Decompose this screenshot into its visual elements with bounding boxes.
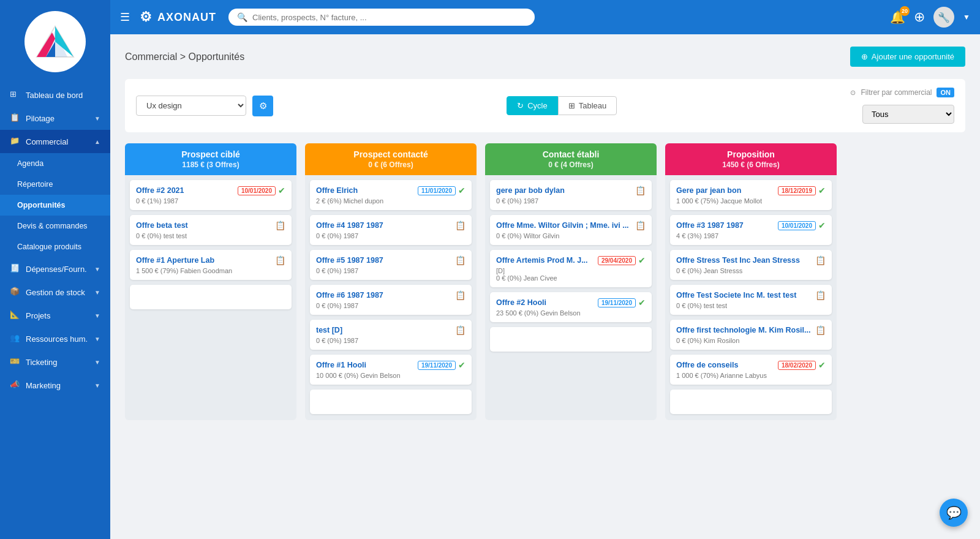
kanban-card[interactable]: Offre #1 Hooli 19/11/2020✔ 10 000 € (0%)…	[310, 355, 472, 385]
card-top: Offre #3 1987 1987 10/01/2020✔	[676, 221, 826, 230]
check-icon: ✔	[458, 186, 466, 195]
commercial-filter-select[interactable]: Tous	[862, 105, 954, 124]
card-top: Offre #4 1987 1987 📋	[316, 221, 466, 230]
search-input[interactable]	[252, 13, 526, 22]
sidebar-label: Agenda	[17, 159, 43, 168]
kanban-card[interactable]: Offre Elrich 11/01/2020✔ 2 € (6%) Michel…	[310, 180, 472, 210]
card-right: 📋	[815, 325, 826, 335]
add-button[interactable]: ⊕	[914, 9, 925, 25]
cycle-view-button[interactable]: ↻ Cycle	[507, 96, 558, 115]
kanban-card[interactable]: Offre #1 Aperture Lab 📋 1 500 € (79%) Fa…	[130, 250, 292, 280]
sidebar-item-devis[interactable]: Devis & commandes	[0, 216, 110, 236]
kanban-card[interactable]: Offre beta test 📋 0 € (0%) test test	[130, 215, 292, 245]
chat-button[interactable]: 💬	[940, 499, 968, 527]
card-right: 10/01/2020✔	[778, 221, 826, 230]
kanban-card[interactable]: Gere par jean bon 18/12/2019✔ 1 000 € (7…	[670, 180, 832, 210]
chevron-icon: ▼	[94, 336, 100, 342]
kanban-card[interactable]: Offre #5 1987 1987 📋 0 € (0%) 1987	[310, 250, 472, 280]
kanban-card[interactable]: Offre Test Societe Inc M. test test 📋 0 …	[670, 285, 832, 315]
notifications-button[interactable]: 🔔 20	[890, 10, 905, 24]
tableau-view-button[interactable]: ⊞ Tableau	[558, 96, 617, 115]
sidebar-item-opportunites[interactable]: Opportunités	[0, 195, 110, 216]
chevron-icon: ▼	[94, 115, 100, 122]
ressources-icon: 👥	[10, 333, 21, 344]
kanban-card[interactable]: Offre #4 1987 1987 📋 0 € (0%) 1987	[310, 215, 472, 245]
col-header-contact-etabli: Contact établi0 € (4 Offres)	[485, 143, 657, 175]
sidebar-item-pilotage[interactable]: 📋 Pilotage ▼	[0, 107, 110, 130]
kanban-card[interactable]: Offre Artemis Prod M. J... 29/04/2020✔ […	[490, 250, 652, 287]
kanban-board: Prospect ciblé1185 € (3 Offres) Offre #2…	[125, 143, 965, 426]
sidebar-item-agenda[interactable]: Agenda	[0, 153, 110, 174]
card-right: 18/02/2020✔	[778, 360, 826, 370]
card-title: Offre Stress Test Inc Jean Stresss	[676, 256, 800, 265]
note-icon: 📋	[455, 325, 466, 335]
card-title: gere par bob dylan	[496, 186, 565, 195]
sidebar-label: Devis & commandes	[17, 222, 88, 230]
kanban-card[interactable]: Offre #2 2021 10/01/2020✔ 0 € (1%) 1987	[130, 180, 292, 210]
sidebar-item-ticketing[interactable]: 🎫 Ticketing ▼	[0, 350, 110, 374]
card-top: Offre Mme. Wiltor Gilvin ; Mme. ivi ... …	[496, 221, 646, 230]
kanban-card[interactable]: Offre first technologie M. Kim Rosil... …	[670, 320, 832, 350]
check-icon: ✔	[818, 186, 826, 195]
check-icon: ✔	[638, 255, 646, 265]
user-menu-chevron[interactable]: ▼	[963, 13, 970, 21]
sidebar-item-marketing[interactable]: 📣 Marketing ▼	[0, 374, 110, 397]
add-opportunity-button[interactable]: ⊕ Ajouter une opportunité	[850, 47, 965, 67]
sidebar-label: Gestion de stock	[26, 288, 85, 297]
main-area: ☰ ⚙ AXONAUT 🔍 🔔 20 ⊕ 🔧 ▼ Commercial > Op…	[110, 0, 980, 539]
kanban-card[interactable]: test [D] 📋 0 € (0%) 1987	[310, 320, 472, 350]
pipeline-settings-button[interactable]: ⚙	[252, 96, 273, 116]
card-top: Offre #2 2021 10/01/2020✔	[136, 186, 285, 195]
sidebar-item-tableau-de-bord[interactable]: ⊞ Tableau de bord	[0, 83, 110, 107]
user-avatar[interactable]: 🔧	[933, 7, 954, 28]
pipeline-select[interactable]: Ux design	[136, 96, 246, 116]
card-sub: 0 € (0%) 1987	[496, 197, 646, 205]
content-header: Commercial > Opportunités ⊕ Ajouter une …	[125, 47, 965, 67]
card-right: 📋	[455, 255, 466, 265]
sidebar-label: Commercial	[26, 137, 68, 146]
chevron-icon: ▼	[94, 382, 100, 389]
sidebar-item-stock[interactable]: 📦 Gestion de stock ▼	[0, 281, 110, 304]
card-sub: 0 € (0%) 1987	[316, 267, 466, 274]
kanban-card[interactable]: Offre Mme. Wiltor Gilvin ; Mme. ivi ... …	[490, 215, 652, 245]
sidebar-item-projets[interactable]: 📐 Projets ▼	[0, 304, 110, 327]
kanban-card[interactable]: Offre Stress Test Inc Jean Stresss 📋 0 €…	[670, 250, 832, 280]
sidebar-item-catalogue[interactable]: Catalogue produits	[0, 236, 110, 257]
kanban-card[interactable]: Offre #2 Hooli 19/11/2020✔ 23 500 € (0%)…	[490, 292, 652, 322]
col-title: Prospect ciblé	[132, 149, 289, 159]
kanban-card[interactable]: Offre de conseils 18/02/2020✔ 1 000 € (7…	[670, 355, 832, 385]
sidebar-item-repertoire[interactable]: Répertoire	[0, 174, 110, 195]
card-top: Gere par jean bon 18/12/2019✔	[676, 186, 826, 195]
gear-icon: ⚙	[259, 100, 267, 111]
card-title: Offre #4 1987 1987	[316, 221, 383, 230]
card-sub: 23 500 € (0%) Gevin Belson	[496, 309, 646, 317]
sidebar-item-depenses[interactable]: 🧾 Dépenses/Fourn. ▼	[0, 257, 110, 281]
note-icon: 📋	[455, 255, 466, 265]
sidebar-label: Marketing	[26, 381, 61, 390]
chevron-icon: ▼	[94, 359, 100, 366]
filter-toggle[interactable]: ON	[937, 88, 954, 97]
check-icon: ✔	[818, 221, 826, 230]
card-right: 📋	[815, 255, 826, 265]
card-title: Offre #1 Hooli	[316, 361, 366, 369]
sidebar-navigation: ⊞ Tableau de bord 📋 Pilotage ▼ 📁 Commerc…	[0, 83, 110, 397]
sidebar-item-ressources[interactable]: 👥 Ressources hum. ▼	[0, 327, 110, 350]
card-right: 📋	[275, 221, 285, 230]
kanban-card[interactable]: Offre #6 1987 1987 📋 0 € (0%) 1987	[310, 285, 472, 315]
kanban-card[interactable]: Offre #3 1987 1987 10/01/2020✔ 4 € (3%) …	[670, 215, 832, 245]
card-right: 11/01/2020✔	[418, 186, 466, 195]
app-logo	[24, 11, 86, 72]
date-badge: 18/12/2019	[778, 186, 816, 195]
kanban-empty-slot	[130, 285, 292, 309]
dashboard-icon: ⊞	[10, 89, 21, 100]
note-icon: 📋	[815, 255, 826, 265]
sidebar-item-commercial[interactable]: 📁 Commercial ▲	[0, 130, 110, 153]
card-top: Offre beta test 📋	[136, 221, 285, 230]
note-icon: 📋	[275, 221, 285, 230]
kanban-card[interactable]: gere par bob dylan 📋 0 € (0%) 1987	[490, 180, 652, 210]
check-icon: ✔	[458, 360, 466, 370]
card-title: Offre #3 1987 1987	[676, 221, 744, 230]
menu-toggle-icon[interactable]: ☰	[120, 10, 130, 24]
search-bar[interactable]: 🔍	[228, 9, 535, 26]
card-title: test [D]	[316, 326, 342, 334]
